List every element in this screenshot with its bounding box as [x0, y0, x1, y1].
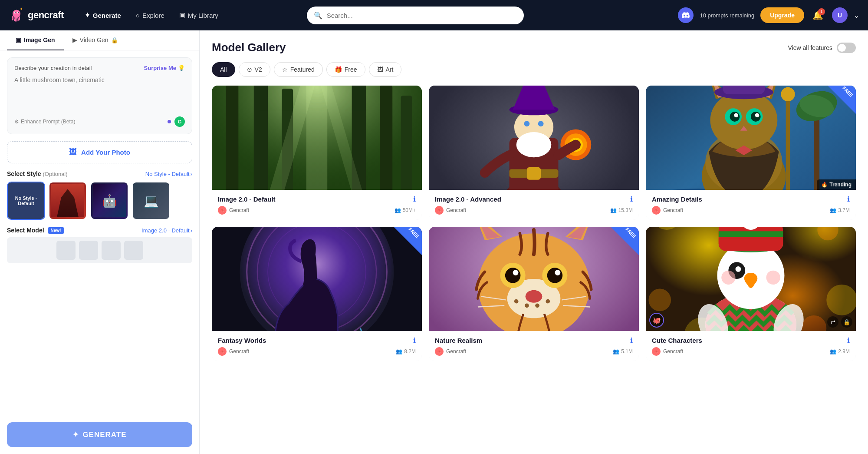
- svg-point-101: [648, 289, 671, 312]
- gallery-card-image-default[interactable]: Image 2.0 - Default ℹ 🐙 Gencraft 👥 50M+: [212, 86, 422, 220]
- card-count: 👥 15.3M: [610, 207, 633, 213]
- logo-icon: ✦: [9, 7, 24, 23]
- search-input[interactable]: [307, 7, 524, 24]
- art-icon: 🖼: [377, 66, 383, 73]
- free-badge-triangle-4: [394, 227, 422, 255]
- svg-point-84: [514, 299, 519, 304]
- gallery-card-nature[interactable]: FREE Nature Realism ℹ 🐙 Gencraft 👥: [429, 227, 639, 361]
- svg-point-29: [538, 121, 544, 126]
- users-icon: 👥: [395, 207, 401, 213]
- card-info-image-default: Image 2.0 - Default ℹ 🐙 Gencraft 👥 50M+: [212, 190, 422, 220]
- view-all-toggle[interactable]: [837, 43, 856, 53]
- surprise-me-button[interactable]: Surprise Me 💡: [144, 65, 185, 71]
- users-icon: 👥: [610, 207, 617, 213]
- generate-button[interactable]: ✦ GENERATE: [7, 422, 192, 447]
- filter-tabs: All ⊙ V2 ☆ Featured 🎁 Free 🖼 Art: [212, 62, 856, 77]
- card-count: 👥 3.7M: [830, 207, 850, 213]
- generate-section: ✦ GENERATE: [0, 417, 199, 454]
- gallery-card-fantasy[interactable]: FREE Fantasy Worlds ℹ 🐙 Gencraft 👥: [212, 227, 422, 361]
- card-title: Image 2.0 - Default: [218, 196, 276, 203]
- gallery-card-amazing-details[interactable]: FREE 🔥 Trending Amazing Details ℹ 🐙: [646, 86, 856, 220]
- creator-avatar: 🐙: [435, 347, 444, 356]
- model-header: Select Model New! Image 2.0 - Default ›: [7, 227, 192, 234]
- filter-tab-free[interactable]: 🎁 Free: [326, 62, 365, 77]
- svg-rect-13: [401, 96, 412, 190]
- nav-generate[interactable]: ✦ Generate: [79, 8, 127, 23]
- info-icon[interactable]: ℹ: [630, 195, 633, 203]
- filter-tab-all[interactable]: All: [212, 62, 235, 77]
- discord-icon: [682, 12, 690, 18]
- discord-button[interactable]: [678, 7, 694, 23]
- model-thumb-3[interactable]: [102, 241, 121, 260]
- svg-point-100: [826, 285, 856, 315]
- filter-tab-featured[interactable]: ☆ Featured: [274, 62, 323, 77]
- card-image-horse: FREE: [212, 227, 422, 331]
- svg-rect-23: [527, 167, 541, 180]
- filter-tab-art[interactable]: 🖼 Art: [369, 62, 402, 77]
- chevron-right-model-icon: ›: [191, 227, 192, 234]
- lightning-icon: 💡: [178, 65, 185, 71]
- add-photo-icon: 🖼: [69, 148, 77, 157]
- gallery-card-cute[interactable]: 🔒 ⇄ 🐙 Cute Characters ℹ 🐙: [646, 227, 856, 361]
- info-icon[interactable]: ℹ: [847, 336, 850, 345]
- left-panel: ▣ Image Gen ▶ Video Gen 🔒 Describe your …: [0, 30, 200, 454]
- logo[interactable]: ✦ gencraft: [9, 7, 64, 23]
- style-section: Select Style (Optional) No Style - Defau…: [7, 170, 192, 220]
- model-default-link[interactable]: Image 2.0 - Default ›: [141, 227, 192, 234]
- nav-explore[interactable]: ○ Explore: [130, 8, 171, 23]
- svg-point-81: [513, 270, 519, 275]
- svg-rect-54: [723, 86, 765, 94]
- add-photo-button[interactable]: 🖼 Add Your Photo: [7, 141, 192, 163]
- style-default-link[interactable]: No Style - Default ›: [145, 171, 192, 177]
- svg-rect-36: [814, 109, 819, 190]
- upgrade-button[interactable]: Upgrade: [760, 7, 804, 23]
- star-icon: ☆: [282, 66, 288, 73]
- search-bar: 🔍: [307, 7, 524, 24]
- card-info-nature: Nature Realism ℹ 🐙 Gencraft 👥 5.1M: [429, 331, 639, 361]
- style-card-realistic[interactable]: 💻: [132, 182, 170, 220]
- info-icon[interactable]: ℹ: [413, 195, 416, 203]
- info-icon[interactable]: ℹ: [413, 336, 416, 345]
- card-info-image-advanced: Image 2.0 - Advanced ℹ 🐙 Gencraft 👥 15.3…: [429, 190, 639, 220]
- view-all-features: View all features: [788, 43, 856, 53]
- svg-point-41: [710, 91, 777, 150]
- nav-library[interactable]: ▣ My Library: [173, 8, 224, 23]
- card-image-duck: 🔒 ⇄ 🐙: [646, 227, 856, 331]
- creator-avatar: 🐙: [218, 347, 227, 356]
- prompt-textarea[interactable]: [14, 76, 185, 111]
- user-avatar[interactable]: U: [832, 7, 848, 23]
- model-thumb-2[interactable]: [79, 241, 98, 260]
- svg-point-51: [755, 113, 760, 118]
- model-thumb-4[interactable]: [124, 241, 143, 260]
- chevron-down-icon[interactable]: ⌄: [854, 11, 859, 20]
- tab-image-gen[interactable]: ▣ Image Gen: [7, 30, 64, 50]
- svg-point-86: [535, 303, 539, 308]
- style-card-no-style[interactable]: No Style - Default: [7, 182, 45, 220]
- new-badge: New!: [48, 227, 64, 234]
- enhance-prompt-button[interactable]: ⚙ Enhance Prompt (Beta): [14, 119, 75, 125]
- svg-point-80: [547, 268, 562, 283]
- tab-video-gen[interactable]: ▶ Video Gen 🔒: [64, 30, 127, 50]
- creator-avatar: 🐙: [218, 206, 227, 215]
- model-thumb-1[interactable]: [56, 241, 76, 260]
- chat-icon-duck: 🐙: [649, 313, 664, 328]
- style-card-cyberpunk[interactable]: 🤖: [90, 182, 128, 220]
- free-badge-triangle: [828, 86, 856, 114]
- gallery-card-image-advanced[interactable]: Image 2.0 - Advanced ℹ 🐙 Gencraft 👥 15.3…: [429, 86, 639, 220]
- style-card-anime[interactable]: [49, 182, 87, 220]
- style-label: Select Style (Optional): [7, 170, 68, 177]
- svg-point-50: [734, 113, 738, 118]
- filter-tab-v2[interactable]: ⊙ V2: [239, 62, 270, 77]
- card-count: 👥 8.2M: [396, 348, 416, 355]
- users-icon: 👥: [830, 207, 836, 213]
- creator-avatar: 🐙: [435, 206, 444, 215]
- lock-badge: 🔒: [841, 316, 852, 328]
- info-icon[interactable]: ℹ: [630, 336, 633, 345]
- chevron-right-icon: ›: [191, 171, 192, 177]
- card-image-forest: [212, 86, 422, 190]
- svg-point-83: [526, 290, 542, 303]
- notification-button[interactable]: 🔔 1: [810, 7, 826, 23]
- info-icon[interactable]: ℹ: [847, 195, 850, 203]
- card-creator: 🐙 Gencraft: [435, 347, 466, 356]
- model-thumbnails: [7, 237, 192, 263]
